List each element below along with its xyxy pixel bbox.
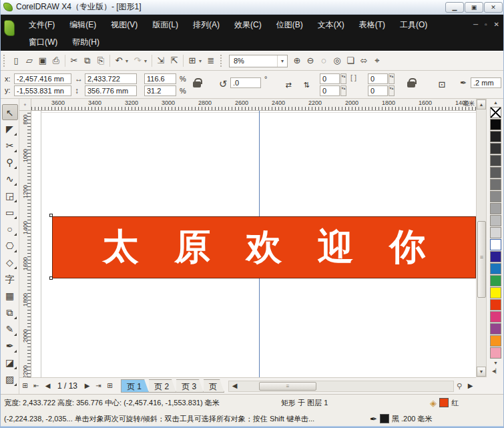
scale-lock-button[interactable]: [190, 77, 204, 91]
color-swatch[interactable]: [490, 275, 501, 286]
fill-tool[interactable]: ◪: [2, 355, 18, 371]
banner-rectangle[interactable]: 太 原 欢 迎 你: [52, 216, 476, 278]
outline-pen-tool[interactable]: ✒: [2, 338, 18, 354]
corner-bl-spinner[interactable]: ▾▴: [340, 85, 346, 96]
corner-lock-button[interactable]: [404, 77, 419, 91]
basic-shapes-tool[interactable]: ◇: [2, 254, 18, 270]
color-swatch[interactable]: [490, 215, 501, 226]
open-button[interactable]: ▱: [23, 54, 36, 67]
menu-file[interactable]: 文件(F): [29, 19, 55, 31]
color-swatch[interactable]: [490, 179, 501, 190]
ruler-origin-button[interactable]: ⌖: [19, 99, 31, 111]
color-swatch[interactable]: [490, 155, 501, 166]
print-button[interactable]: ⎙: [49, 54, 63, 67]
color-swatch[interactable]: [490, 131, 501, 142]
paste-button[interactable]: ⎘: [94, 54, 107, 67]
color-swatch[interactable]: [490, 143, 501, 154]
add-page-button[interactable]: ⊞: [19, 380, 31, 392]
corner-br-spinner[interactable]: ▾▴: [389, 85, 395, 96]
undo-button[interactable]: ↶: [112, 54, 125, 67]
color-swatch-white-selected[interactable]: [490, 239, 501, 250]
color-swatch[interactable]: [490, 299, 501, 310]
object-y-input[interactable]: -1,553.831 mn: [14, 85, 71, 96]
zoom-to-all-button[interactable]: ◎: [330, 54, 344, 67]
zoom-to-height-button[interactable]: ⌖: [370, 54, 384, 67]
menu-effects[interactable]: 效果(C): [234, 19, 262, 31]
color-swatch[interactable]: [490, 167, 501, 178]
menu-bitmaps[interactable]: 位图(B): [276, 19, 303, 31]
menu-tools[interactable]: 工具(O): [400, 19, 427, 31]
ellipse-tool[interactable]: ○: [2, 221, 18, 237]
color-swatch[interactable]: [490, 251, 501, 262]
mirror-vertical-button[interactable]: ⇅: [299, 77, 314, 91]
application-launcher-button[interactable]: ⊞: [186, 54, 199, 67]
shape-tool[interactable]: ◤: [2, 121, 18, 137]
copy-button[interactable]: ⧉: [81, 54, 94, 67]
drawing-canvas[interactable]: 太 原 欢 迎 你: [31, 111, 476, 377]
color-swatch[interactable]: [490, 263, 501, 274]
menu-window[interactable]: 窗口(W): [29, 37, 57, 48]
no-fill-swatch[interactable]: [490, 107, 501, 118]
vertical-ruler[interactable]: 800 1000 1200 1400 1600 1800 2000 2200: [19, 111, 31, 377]
object-width-input[interactable]: 2,433.722 mm: [85, 73, 137, 84]
page-tab-2[interactable]: 页 2: [149, 379, 176, 393]
zoom-out-button[interactable]: ⊖: [304, 54, 317, 67]
doc-minimize-button[interactable]: ─: [473, 21, 478, 28]
zoombar-grip[interactable]: [220, 55, 224, 67]
blend-tool[interactable]: ⧉: [2, 304, 18, 320]
close-button[interactable]: ✕: [484, 2, 503, 13]
pick-tool[interactable]: ↖: [2, 104, 18, 120]
doc-restore-button[interactable]: ▫: [485, 21, 487, 28]
first-page-button[interactable]: ⇤: [31, 380, 42, 392]
zoom-level-combo[interactable]: 8% ▾: [229, 55, 288, 67]
scale-x-input[interactable]: 116.6: [144, 73, 176, 84]
color-swatch[interactable]: [490, 347, 501, 359]
object-x-input[interactable]: -2,457.416 mn: [14, 73, 71, 84]
interactive-fill-tool[interactable]: ▨: [2, 371, 18, 387]
corner-radius-tr-input[interactable]: 0: [368, 73, 388, 84]
color-swatch[interactable]: [490, 203, 501, 214]
scroll-left-icon[interactable]: ◀: [229, 380, 240, 392]
menu-table[interactable]: 表格(T): [359, 19, 385, 31]
menu-help[interactable]: 帮助(H): [72, 37, 99, 48]
horizontal-scroll-thumb[interactable]: ≡: [259, 382, 316, 391]
corner-tl-spinner[interactable]: ▾▴: [340, 73, 346, 84]
crop-tool[interactable]: ✂: [2, 138, 18, 154]
zoom-to-page-button[interactable]: ❏: [344, 54, 357, 67]
corner-radius-tl-input[interactable]: 0: [320, 73, 340, 84]
next-page-button[interactable]: ▶: [81, 380, 93, 392]
toolbar-grip[interactable]: [3, 55, 7, 67]
color-swatch[interactable]: [490, 323, 501, 335]
vertical-scroll-thumb[interactable]: [477, 221, 486, 298]
last-page-button[interactable]: ⇥: [93, 380, 104, 392]
zoom-to-selection-button[interactable]: ◌: [317, 54, 330, 67]
horizontal-ruler[interactable]: 3600 3400 3200 3000 2800 2600 2400 2200 …: [31, 99, 476, 111]
menu-arrange[interactable]: 排列(A): [193, 19, 220, 31]
scale-y-input[interactable]: 31.2: [144, 85, 176, 96]
save-button[interactable]: ▣: [36, 54, 49, 67]
nav-magnifier-icon[interactable]: ⚲: [457, 382, 462, 391]
cut-button[interactable]: ✂: [67, 54, 81, 67]
text-tool[interactable]: 字: [2, 271, 18, 287]
rotation-input[interactable]: .0: [230, 77, 261, 88]
color-swatch[interactable]: [490, 119, 501, 130]
color-swatch[interactable]: [490, 287, 501, 298]
selection-handle-top-left[interactable]: [49, 214, 53, 217]
menu-layout[interactable]: 版面(L): [152, 19, 178, 31]
scroll-right-icon[interactable]: ▶: [465, 380, 476, 392]
palette-flyout-icon[interactable]: ◀▏: [492, 367, 499, 375]
smart-fill-tool[interactable]: ◲: [2, 188, 18, 204]
previous-page-button[interactable]: ◀: [42, 380, 53, 392]
color-swatch[interactable]: [490, 311, 501, 323]
import-button[interactable]: ⇲: [154, 54, 168, 67]
launcher-dropdown-icon[interactable]: ▾: [199, 58, 204, 64]
zoom-to-width-button[interactable]: ⬄: [357, 54, 370, 67]
selection-handle-bottom-left[interactable]: [49, 276, 53, 280]
options-button[interactable]: ≣: [204, 54, 218, 67]
new-document-button[interactable]: ▯: [9, 54, 23, 67]
color-swatch[interactable]: [490, 335, 501, 347]
redo-dropdown-icon[interactable]: ▾: [144, 58, 150, 64]
wrap-text-button[interactable]: ⊡: [435, 77, 449, 91]
zoom-in-button[interactable]: ⊕: [290, 54, 304, 67]
menu-view[interactable]: 视图(V): [111, 19, 138, 31]
